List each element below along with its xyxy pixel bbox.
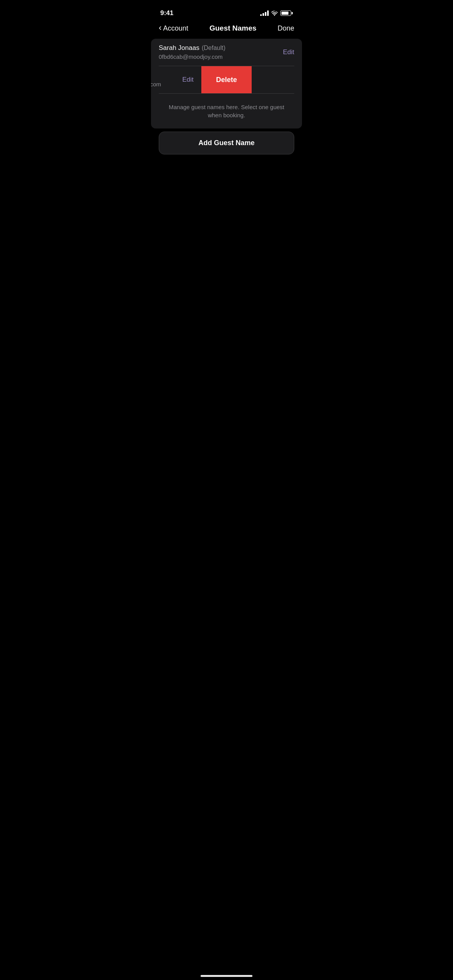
guest-name-1: Sarah Jonaas — [159, 44, 199, 52]
delete-label-2: Delete — [216, 76, 237, 84]
guest-row-1: Sarah Jonaas (Default) 0fbd6cab@moodjoy.… — [151, 39, 302, 66]
back-arrow-icon: ‹ — [159, 24, 161, 32]
edit-button-2[interactable]: Edit — [178, 76, 194, 84]
guest-list-container: Sarah Jonaas (Default) 0fbd6cab@moodjoy.… — [151, 39, 302, 128]
guest-row-container-2: ert Jonas I6cab@moodjoy.com Edit Delete — [151, 66, 302, 93]
guest-row-2: ert Jonas I6cab@moodjoy.com Edit Delete — [151, 66, 252, 93]
done-button[interactable]: Done — [278, 24, 294, 33]
status-icons — [260, 10, 293, 16]
wifi-icon — [271, 10, 278, 16]
nav-bar: ‹ Account Guest Names Done — [151, 21, 302, 37]
page-title: Guest Names — [209, 24, 256, 33]
guest-inner-2: ert Jonas I6cab@moodjoy.com Edit — [151, 66, 201, 93]
page: 9:41 ‹ Account — [151, 0, 302, 327]
guest-email-2: I6cab@moodjoy.com — [151, 81, 161, 87]
add-guest-section: Add Guest Name — [151, 128, 302, 162]
back-button[interactable]: ‹ Account — [159, 24, 188, 33]
guest-email-1: 0fbd6cab@moodjoy.com — [159, 53, 223, 60]
guest-name-line-2: ert Jonas — [151, 72, 178, 79]
battery-icon — [280, 10, 293, 16]
guest-name-line-1: Sarah Jonaas (Default) — [159, 44, 278, 52]
signal-icon — [260, 10, 269, 16]
back-label: Account — [163, 24, 188, 33]
edit-button-1[interactable]: Edit — [278, 48, 294, 56]
info-text: Manage guest names here. Select one gues… — [151, 94, 302, 128]
add-guest-button[interactable]: Add Guest Name — [159, 132, 294, 154]
status-time: 9:41 — [160, 9, 173, 17]
status-bar: 9:41 — [151, 0, 302, 21]
guest-info-2: ert Jonas I6cab@moodjoy.com — [151, 72, 178, 88]
guest-default-tag-1: (Default) — [202, 45, 225, 51]
guest-info-1: Sarah Jonaas (Default) 0fbd6cab@moodjoy.… — [159, 44, 278, 60]
delete-button-2[interactable]: Delete — [201, 66, 252, 93]
